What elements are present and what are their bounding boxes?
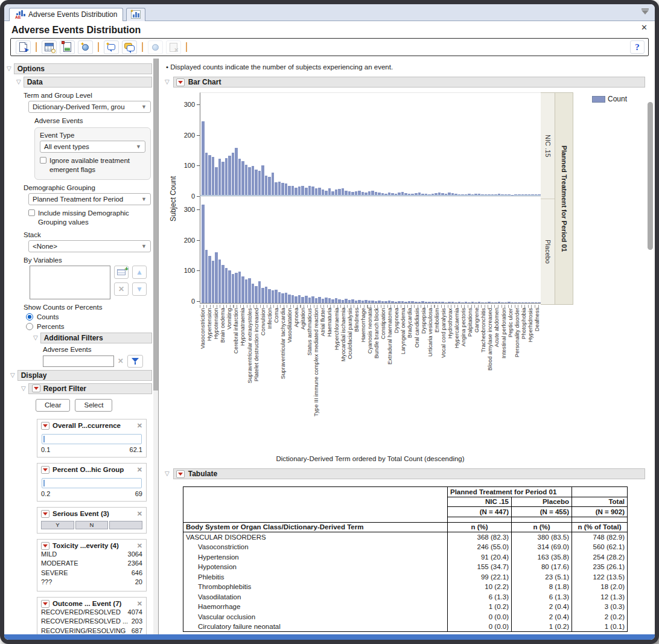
export-report-icon[interactable]: ➤ <box>16 40 31 54</box>
view-data-table-icon[interactable] <box>42 40 57 54</box>
segment-button[interactable]: N <box>75 521 109 529</box>
add-note-icon[interactable]: ✦ <box>104 40 119 54</box>
bar[interactable] <box>428 302 431 303</box>
bar[interactable] <box>438 193 441 195</box>
bar[interactable] <box>478 302 481 303</box>
bar[interactable] <box>428 194 431 195</box>
bar[interactable] <box>238 159 241 195</box>
bar[interactable] <box>454 194 457 195</box>
bar[interactable] <box>494 194 497 195</box>
bar[interactable] <box>488 302 491 303</box>
segment-button[interactable]: Y <box>41 521 74 529</box>
bar[interactable] <box>315 188 318 195</box>
bar[interactable] <box>212 261 215 303</box>
bar[interactable] <box>384 301 387 303</box>
red-triangle-menu-icon[interactable] <box>41 542 49 550</box>
bar[interactable] <box>275 290 278 303</box>
bar[interactable] <box>388 193 391 195</box>
create-web-report-icon[interactable]: ✦ <box>78 40 93 54</box>
bar[interactable] <box>511 302 514 303</box>
bar[interactable] <box>272 290 275 303</box>
move-up-button[interactable]: ▲ <box>132 266 147 279</box>
red-triangle-menu-icon[interactable] <box>176 470 185 478</box>
bar[interactable] <box>278 292 281 303</box>
bar[interactable] <box>361 301 365 303</box>
bar[interactable] <box>481 194 484 195</box>
bar[interactable] <box>491 194 494 195</box>
bar[interactable] <box>265 176 268 195</box>
bar[interactable] <box>208 155 211 195</box>
red-triangle-menu-icon[interactable] <box>41 422 49 430</box>
bar[interactable] <box>345 191 348 195</box>
bar[interactable] <box>408 301 411 303</box>
bar[interactable] <box>431 194 435 195</box>
bar[interactable] <box>328 298 331 303</box>
bar[interactable] <box>465 302 468 303</box>
bar[interactable] <box>325 298 328 303</box>
bar[interactable] <box>361 192 365 195</box>
collapse-triangle-icon[interactable]: ▽ <box>33 335 38 341</box>
bar[interactable] <box>441 193 444 195</box>
bar[interactable] <box>501 302 504 303</box>
bar[interactable] <box>535 302 538 303</box>
bar[interactable] <box>228 156 231 195</box>
bar[interactable] <box>218 159 221 195</box>
bar[interactable] <box>388 301 391 303</box>
bar[interactable] <box>202 205 205 303</box>
bar[interactable] <box>425 194 428 195</box>
bar[interactable] <box>208 256 211 303</box>
bar[interactable] <box>391 301 394 303</box>
bar[interactable] <box>345 299 348 303</box>
save-image-icon[interactable] <box>60 40 75 54</box>
bar[interactable] <box>294 296 298 303</box>
collapse-triangle-icon[interactable]: ▽ <box>165 79 170 85</box>
bar[interactable] <box>395 302 398 303</box>
bar[interactable] <box>471 302 474 303</box>
counts-radio[interactable] <box>26 313 33 320</box>
display-section-header[interactable]: Display <box>18 370 152 381</box>
bar[interactable] <box>235 148 238 195</box>
bar[interactable] <box>258 171 261 195</box>
additional-filters-header[interactable]: Additional Filters <box>40 333 152 343</box>
bar[interactable] <box>338 299 341 303</box>
bar[interactable] <box>294 188 298 195</box>
bar[interactable] <box>415 302 418 303</box>
bar[interactable] <box>301 297 304 303</box>
bar[interactable] <box>478 194 481 195</box>
bar[interactable] <box>202 121 205 195</box>
bar[interactable] <box>311 187 314 195</box>
bar[interactable] <box>241 276 244 303</box>
bar[interactable] <box>288 186 291 195</box>
bar[interactable] <box>351 192 354 195</box>
help-button[interactable]: ? <box>630 40 645 54</box>
remove-variable-button[interactable]: ✕ <box>114 282 129 296</box>
bar[interactable] <box>225 158 228 195</box>
bar[interactable] <box>228 270 231 303</box>
bar[interactable] <box>238 272 241 303</box>
bar[interactable] <box>288 295 291 303</box>
bar[interactable] <box>255 170 258 195</box>
bar[interactable] <box>431 302 435 303</box>
bar[interactable] <box>404 302 407 303</box>
ignore-flags-checkbox[interactable] <box>40 157 46 164</box>
bar[interactable] <box>378 193 381 195</box>
bar[interactable] <box>415 193 418 195</box>
filter-toggle-icon[interactable] <box>641 8 649 14</box>
bar[interactable] <box>538 302 541 303</box>
bar[interactable] <box>391 193 394 195</box>
bar-chart-section-header[interactable]: Bar Chart <box>173 77 645 88</box>
collapse-triangle-icon[interactable]: ▽ <box>10 372 15 378</box>
bar[interactable] <box>458 194 461 195</box>
bar[interactable] <box>435 302 438 303</box>
clear-button[interactable]: Clear <box>36 399 70 412</box>
bar[interactable] <box>351 299 354 303</box>
bar[interactable] <box>528 194 531 195</box>
red-triangle-menu-icon[interactable] <box>176 78 185 86</box>
bar[interactable] <box>514 194 517 195</box>
bar[interactable] <box>355 191 358 195</box>
tabulate-section-header[interactable]: Tabulate <box>173 468 645 479</box>
bar[interactable] <box>501 194 504 195</box>
bar[interactable] <box>451 193 454 195</box>
bar[interactable] <box>358 300 361 303</box>
bar[interactable] <box>438 302 441 303</box>
